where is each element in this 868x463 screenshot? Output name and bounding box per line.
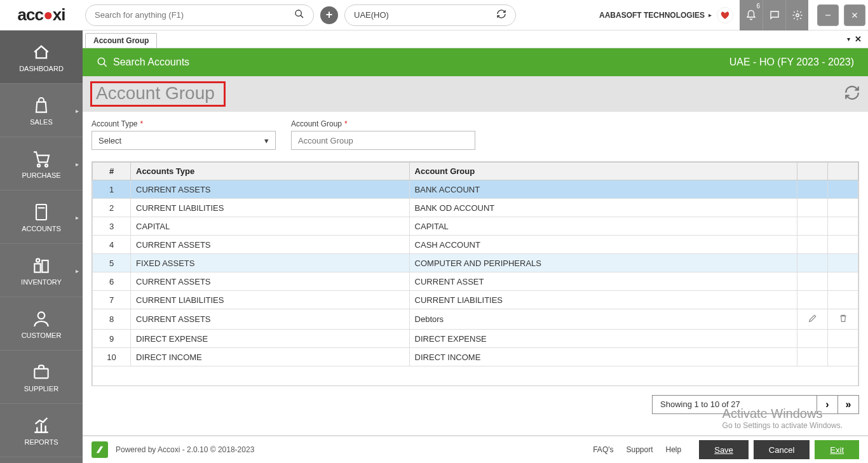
global-search-input[interactable] [95,10,294,20]
side-nav: DASHBOARDSALES▸PURCHASE▸ACCOUNTS▸INVENTO… [0,30,83,463]
edit-cell [797,236,828,254]
nav-accounts[interactable]: ACCOUNTS▸ [0,191,83,244]
edit-row-button[interactable] [797,309,828,330]
row-group: BANK OD ACCOUNT [409,199,797,217]
col-type[interactable]: Accounts Type [131,163,410,180]
nav-dashboard[interactable]: DASHBOARD [0,30,83,84]
avatar[interactable] [717,7,733,23]
chevron-right-icon: ▸ [76,107,79,114]
col-number[interactable]: # [93,163,131,180]
table-row[interactable]: 1CURRENT ASSETSBANK ACCOUNT [93,180,858,199]
settings-icon[interactable] [785,0,808,30]
account-type-field: Account Type* Select ▾ [92,119,276,150]
table-row[interactable]: 9DIRECT EXPENSEDIRECT EXPENSE [93,330,858,348]
row-number: 6 [93,272,131,291]
table-row[interactable]: 5FIXED ASSETSCOMPUTER AND PERIPHERALS [93,254,858,272]
row-group: DIRECT INCOME [409,348,797,366]
pager-last-button[interactable]: » [837,395,859,414]
chevron-down-icon: ▾ [264,136,269,145]
account-group-input[interactable] [291,131,475,150]
chevron-right-icon: ▸ [76,160,79,167]
branch-selector[interactable]: UAE(HO) [344,4,516,26]
refresh-button[interactable] [844,84,860,104]
exit-button[interactable]: Exit [815,440,859,459]
edit-cell [797,272,828,291]
notifications-icon[interactable]: 6 [740,0,763,30]
row-type: FIXED ASSETS [131,254,410,272]
edit-cell [797,254,828,272]
sync-icon[interactable] [496,9,506,21]
svg-rect-17 [42,260,48,272]
row-type: CURRENT LIABILITIES [131,291,410,309]
row-type: CURRENT ASSETS [131,272,410,291]
nav-purchase[interactable]: PURCHASE▸ [0,137,83,191]
svg-point-7 [45,164,48,166]
company-name[interactable]: AABASOFT TECHNOLOGIES [599,11,705,20]
row-group: DIRECT EXPENSE [409,330,797,348]
row-group: CURRENT LIABILITIES [409,291,797,309]
col-edit [797,163,828,180]
tab-close-icon[interactable]: ✕ [855,34,862,44]
nav-sales[interactable]: SALES▸ [0,84,83,137]
messages-icon[interactable] [763,0,785,30]
col-delete [828,163,858,180]
delete-row-button[interactable] [828,309,858,330]
edit-cell [797,291,828,309]
nav-reports[interactable]: REPORTS [0,404,83,457]
svg-point-2 [796,13,799,17]
table-row[interactable]: 7CURRENT LIABILITIESCURRENT LIABILITIES [93,291,858,309]
account-type-select[interactable]: Select ▾ [92,131,276,150]
nav-customer[interactable]: CUSTOMER [0,297,83,351]
support-link[interactable]: Support [627,445,653,454]
footer: Powered by Accoxi - 2.0.10 © 2018-2023 F… [83,435,868,463]
nav-supplier[interactable]: SUPPLIER [0,351,83,404]
table-row[interactable]: 3CAPITALCAPITAL [93,217,858,236]
row-type: CURRENT ASSETS [131,180,410,199]
faq-link[interactable]: FAQ's [593,445,613,454]
edit-cell [797,217,828,236]
row-type: CURRENT ASSETS [131,309,410,330]
pager-info: Showing 1 to 10 of 27 [652,395,817,414]
nav-label: SUPPLIER [24,385,58,393]
cancel-button[interactable]: Cancel [754,440,810,459]
save-button[interactable]: Save [699,440,749,459]
app-logo: acc●xi [0,0,83,30]
close-button[interactable] [844,4,865,26]
nav-label: PURCHASE [22,171,60,179]
page-title-highlight: Account Group [90,81,226,107]
delete-cell [828,330,858,348]
col-group[interactable]: Account Group [409,163,797,180]
table-row[interactable]: 10DIRECT INCOMEDIRECT INCOME [93,348,858,366]
pager-next-button[interactable]: › [817,395,838,414]
company-caret-icon[interactable]: ▸ [709,11,712,18]
search-accounts-button[interactable]: Search Accounts [97,57,189,68]
table-row[interactable]: 6CURRENT ASSETSCURRENT ASSET [93,272,858,291]
accounts-grid: # Accounts Type Account Group 1CURRENT A… [92,161,859,386]
edit-cell [797,180,828,199]
nav-inventory[interactable]: INVENTORY▸ [0,244,83,297]
add-button[interactable]: + [320,6,338,24]
row-number: 7 [93,291,131,309]
table-row[interactable]: 4CURRENT ASSETSCASH ACCOUNT [93,236,858,254]
svg-point-19 [38,312,45,319]
chevron-right-icon: ▸ [76,213,79,220]
table-row[interactable]: 2CURRENT LIABILITIESBANK OD ACCOUNT [93,199,858,217]
svg-rect-16 [34,264,40,272]
row-group: CURRENT ASSET [409,272,797,291]
tab-strip: Account Group ▾ ✕ [83,30,868,48]
tab-account-group[interactable]: Account Group [85,33,157,48]
row-type: CAPITAL [131,217,410,236]
table-row[interactable]: 8CURRENT ASSETSDebtors [93,309,858,330]
system-tray: 6 [740,0,808,30]
minimize-button[interactable] [817,4,839,26]
powered-by: Powered by Accoxi - 2.0.10 © 2018-2023 [116,445,254,454]
row-group: COMPUTER AND PERIPHERALS [409,254,797,272]
global-search[interactable] [85,4,314,26]
tab-menu-icon[interactable]: ▾ [847,36,850,43]
help-link[interactable]: Help [666,445,682,454]
row-type: DIRECT INCOME [131,348,410,366]
main-panel: Account Group ▾ ✕ Search Accounts UAE - … [83,30,868,463]
search-icon[interactable] [294,9,304,22]
delete-cell [828,236,858,254]
delete-cell [828,348,858,366]
